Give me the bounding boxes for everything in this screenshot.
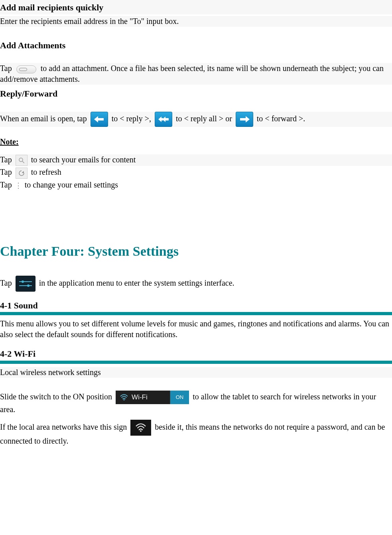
svg-point-5: [27, 284, 30, 287]
chapter-intro: Tap in the application menu to enter the…: [0, 276, 392, 292]
wifi-toggle-bar: Wi-Fi ON: [116, 391, 189, 404]
wifi-open-network-icon: [130, 420, 151, 436]
reply-forward-body: When an email is open, tap to < reply >,…: [0, 112, 392, 127]
wifi-toggle-on: ON: [170, 391, 189, 404]
wifi-signal-icon: [120, 394, 128, 401]
sound-heading: 4-1 Sound: [0, 300, 392, 312]
divider: [0, 312, 392, 315]
wifi-toggle-label: Wi-Fi: [132, 393, 148, 402]
svg-point-0: [19, 158, 23, 162]
reply-text-pre: When an email is open, tap: [0, 114, 89, 123]
add-recipients-heading: Add mail recipients quickly: [0, 0, 392, 14]
add-recipients-body: Enter the recipients email address in th…: [0, 16, 392, 27]
wifi-open-pre: If the local area networks have this sig…: [0, 422, 129, 431]
note-refresh-line: Tap to refresh: [0, 167, 392, 178]
reply-text-mid1: to < reply >,: [112, 114, 153, 123]
forward-icon: [236, 112, 253, 127]
note-search-post: to search your emails for content: [31, 155, 136, 164]
reply-text-mid2: to < reply all > or: [176, 114, 234, 123]
chapter-intro-pre: Tap: [0, 278, 14, 287]
note-settings-pre: Tap: [0, 180, 14, 189]
reply-icon: [91, 112, 108, 127]
note-refresh-pre: Tap: [0, 168, 14, 176]
attachment-icon: [16, 65, 36, 73]
reply-text-post: to < forward >.: [257, 114, 305, 123]
note-search-pre: Tap: [0, 155, 14, 164]
note-refresh-post: to refresh: [31, 168, 61, 176]
note-search-line: Tap to search your emails for content: [0, 154, 392, 166]
settings-app-icon: [16, 276, 35, 292]
attach-text-pre: Tap: [0, 64, 14, 73]
menu-dots-icon: ⋮: [16, 181, 21, 190]
search-icon: [16, 155, 28, 166]
sound-body: This menu allows you to set different vo…: [0, 318, 392, 340]
svg-point-7: [140, 430, 142, 432]
note-settings-line: Tap ⋮ to change your email settings: [0, 180, 392, 190]
wifi-toggle-label-area: Wi-Fi: [116, 391, 170, 404]
chapter-intro-post: in the application menu to enter the sys…: [39, 278, 234, 287]
add-attachments-body: Tap to add an attachment. Once a file ha…: [0, 63, 392, 85]
note-heading: Note:: [0, 136, 392, 147]
wifi-open-body: If the local area networks have this sig…: [0, 420, 392, 446]
wifi-slide-body: Slide the switch to the ON position Wi-F…: [0, 391, 392, 415]
svg-line-1: [22, 162, 24, 164]
divider: [0, 361, 392, 364]
chapter-title: Chapter Four: System Settings: [0, 239, 392, 265]
wifi-slide-pre: Slide the switch to the ON position: [0, 392, 114, 401]
svg-point-6: [124, 399, 125, 401]
add-attachments-heading: Add Attachments: [0, 38, 392, 52]
attach-text-post: to add an attachment. Once a file has be…: [0, 64, 384, 83]
reply-forward-heading: Reply/Forward: [0, 86, 392, 101]
svg-point-3: [22, 280, 24, 283]
refresh-icon: [16, 168, 28, 179]
note-settings-post: to change your email settings: [25, 180, 118, 189]
reply-all-icon: [155, 112, 172, 127]
wifi-subtitle: Local wireless network settings: [0, 367, 392, 378]
wifi-heading: 4-2 Wi-Fi: [0, 348, 392, 360]
